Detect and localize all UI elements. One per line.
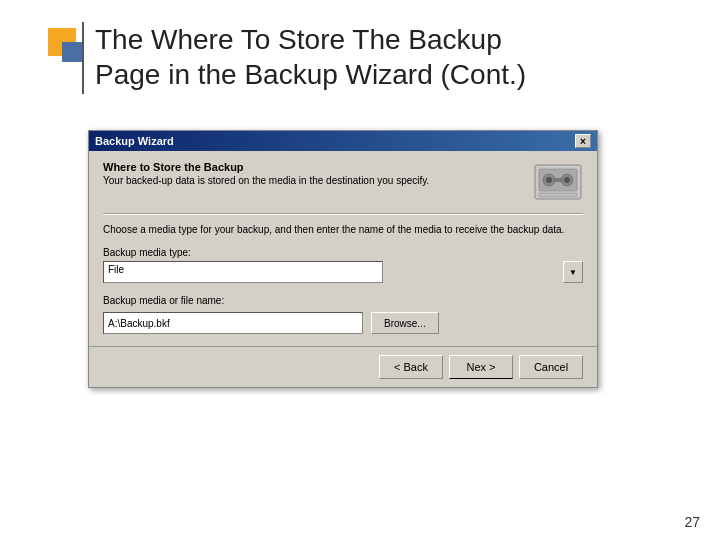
file-name-row: Browse... [103, 312, 583, 334]
slide: The Where To Store The Backup Page in th… [0, 0, 720, 540]
backup-tape-icon [533, 161, 583, 203]
close-button[interactable]: × [575, 134, 591, 148]
dialog-header: Where to Store the Backup Your backed-up… [103, 161, 583, 203]
dialog-footer: < Back Nex > Cancel [89, 346, 597, 387]
dialog-header-text: Where to Store the Backup Your backed-up… [103, 161, 429, 186]
media-type-select-wrapper[interactable]: File ▼ [103, 261, 583, 283]
dropdown-arrow-icon[interactable]: ▼ [563, 261, 583, 283]
svg-point-5 [564, 177, 570, 183]
deco-blue-square [62, 42, 82, 62]
dialog-heading: Where to Store the Backup [103, 161, 429, 173]
vertical-line [82, 22, 84, 94]
divider [103, 213, 583, 215]
file-name-input[interactable] [103, 312, 363, 334]
media-type-select[interactable]: File [103, 261, 383, 283]
dialog-body: Where to Store the Backup Your backed-up… [89, 151, 597, 346]
browse-button[interactable]: Browse... [371, 312, 439, 334]
cancel-button[interactable]: Cancel [519, 355, 583, 379]
backup-wizard-dialog: Backup Wizard × Where to Store the Backu… [88, 130, 598, 388]
svg-point-3 [546, 177, 552, 183]
file-name-label: Backup media or file name: [103, 295, 583, 306]
dialog-subtitle: Your backed-up data is stored on the med… [103, 175, 429, 186]
slide-title: The Where To Store The Backup Page in th… [95, 22, 526, 92]
page-number: 27 [684, 514, 700, 530]
media-type-label: Backup media type: [103, 247, 583, 258]
svg-rect-7 [539, 193, 577, 197]
dialog-titlebar: Backup Wizard × [89, 131, 597, 151]
next-button[interactable]: Nex > [449, 355, 513, 379]
dialog-title: Backup Wizard [95, 135, 174, 147]
svg-rect-6 [553, 178, 563, 182]
instructions-text: Choose a media type for your backup, and… [103, 223, 583, 237]
back-button[interactable]: < Back [379, 355, 443, 379]
